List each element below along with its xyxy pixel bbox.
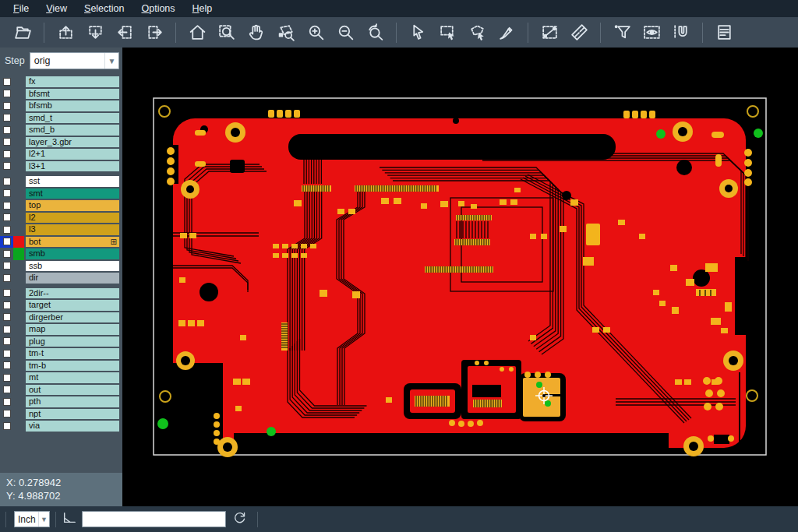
layer-checkbox[interactable] (0, 408, 13, 421)
import-up-button[interactable] (54, 21, 77, 44)
layer-checkbox[interactable] (0, 360, 13, 372)
unit-select[interactable]: Inch ▼ (14, 511, 50, 527)
layer-checkbox[interactable] (0, 347, 13, 360)
layer-row-sst[interactable]: sst (0, 175, 122, 188)
pcb-canvas[interactable] (122, 48, 798, 506)
select-rect-button[interactable] (436, 21, 459, 44)
layer-row-l3+1[interactable]: l3+1 (0, 160, 122, 173)
layer-checkbox[interactable] (0, 396, 13, 408)
zoom-in-button[interactable] (304, 21, 327, 44)
layer-label[interactable]: top (26, 200, 119, 211)
menu-view[interactable]: View (37, 2, 76, 16)
layer-checkbox[interactable] (0, 336, 13, 348)
layer-checkbox[interactable] (0, 323, 13, 336)
step-select[interactable]: orig ▼ (30, 52, 119, 69)
layer-row-bot[interactable]: bot⊞ (0, 236, 122, 248)
layer-row-plug[interactable]: plug (0, 336, 122, 348)
layer-checkbox[interactable] (0, 100, 13, 112)
layer-label[interactable]: bfsmb (26, 100, 119, 111)
layer-row-npt[interactable]: npt (0, 408, 122, 421)
layer-row-tm-t[interactable]: tm-t (0, 347, 122, 360)
snap-magnet-button[interactable] (669, 21, 693, 44)
layer-row-layer_3.gbr[interactable]: layer_3.gbr (0, 136, 122, 149)
layer-row-l2[interactable]: l2 (0, 212, 122, 224)
layer-checkbox[interactable] (0, 260, 13, 273)
layer-checkbox[interactable] (0, 372, 13, 384)
layer-label[interactable]: bfsmt (26, 89, 119, 100)
layer-checkbox[interactable] (0, 136, 13, 149)
layer-checkbox[interactable] (0, 88, 13, 100)
layer-row-bfsmb[interactable]: bfsmb (0, 100, 122, 112)
layer-label[interactable]: mt (26, 372, 119, 383)
import-left-button[interactable] (113, 21, 136, 44)
pan-hand-button[interactable] (245, 21, 268, 44)
zoom-previous-button[interactable] (363, 21, 387, 44)
layer-row-fx[interactable]: fx (0, 76, 122, 88)
layer-label[interactable]: sst (26, 176, 119, 187)
layer-label[interactable]: map (26, 324, 119, 335)
layer-label[interactable]: smt (26, 188, 119, 199)
layer-row-out[interactable]: out (0, 384, 122, 396)
layer-label[interactable]: 2dir-- (26, 288, 119, 299)
layer-label[interactable]: l2+1 (26, 149, 119, 160)
layer-row-2dir--[interactable]: 2dir-- (0, 287, 122, 300)
layer-row-smb[interactable]: smb (0, 248, 122, 260)
layer-row-smt[interactable]: smt (0, 188, 122, 200)
zoom-window-button[interactable] (215, 21, 238, 44)
layer-row-tm-b[interactable]: tm-b (0, 360, 122, 372)
ruler-button[interactable] (567, 21, 591, 44)
layer-row-mt[interactable]: mt (0, 372, 122, 384)
layer-checkbox[interactable] (0, 312, 13, 324)
layer-label[interactable]: out (26, 385, 119, 396)
layer-label[interactable]: smb (26, 248, 119, 259)
layer-label[interactable]: pth (26, 396, 119, 407)
refresh-icon[interactable] (232, 510, 247, 528)
menu-selection[interactable]: Selection (76, 2, 132, 16)
select-cursor-button[interactable] (406, 21, 429, 44)
import-down-button[interactable] (83, 21, 107, 44)
select-poly-button[interactable] (465, 21, 489, 44)
layer-label[interactable]: via (26, 421, 119, 432)
layer-checkbox[interactable] (0, 175, 13, 188)
layer-label[interactable]: tm-t (26, 348, 119, 359)
layer-checkbox[interactable] (0, 236, 13, 248)
layer-label[interactable]: fx (26, 76, 119, 87)
command-input[interactable] (82, 511, 226, 527)
layer-row-ssb[interactable]: ssb (0, 260, 122, 273)
zoom-out-button[interactable] (334, 21, 357, 44)
layer-row-bfsmt[interactable]: bfsmt (0, 88, 122, 100)
layer-row-via[interactable]: via (0, 420, 122, 432)
layer-label[interactable]: npt (26, 409, 119, 420)
menu-file[interactable]: File (5, 2, 37, 16)
layer-checkbox[interactable] (0, 272, 13, 284)
layer-label[interactable]: dirgerber (26, 312, 119, 323)
layer-checkbox[interactable] (0, 188, 13, 200)
clean-brush-button[interactable] (495, 21, 518, 44)
layer-checkbox[interactable] (0, 287, 13, 300)
layer-label[interactable]: smd_b (26, 125, 119, 136)
layer-row-top[interactable]: top (0, 199, 122, 212)
layer-label[interactable]: l3 (26, 224, 119, 235)
open-folder-button[interactable] (11, 21, 34, 44)
layer-label[interactable]: target (26, 300, 119, 311)
layer-checkbox[interactable] (0, 299, 13, 312)
layer-label[interactable]: l3+1 (26, 161, 119, 172)
layer-row-pth[interactable]: pth (0, 396, 122, 408)
layer-label[interactable]: ssb (26, 261, 119, 272)
layer-row-dirgerber[interactable]: dirgerber (0, 312, 122, 324)
layer-checkbox[interactable] (0, 160, 13, 173)
layer-checkbox[interactable] (0, 248, 13, 260)
layer-label[interactable]: layer_3.gbr (26, 137, 119, 148)
layer-label[interactable]: plug (26, 336, 119, 347)
import-right-button[interactable] (143, 21, 166, 44)
layer-checkbox[interactable] (0, 224, 13, 236)
grid-icon[interactable]: ⊞ (111, 237, 117, 247)
menu-options[interactable]: Options (132, 2, 183, 16)
menu-help[interactable]: Help (184, 2, 221, 16)
layer-label[interactable]: dir (26, 273, 119, 284)
layer-checkbox[interactable] (0, 384, 13, 396)
zoom-region-button[interactable] (274, 21, 298, 44)
layer-checkbox[interactable] (0, 199, 13, 212)
layer-row-map[interactable]: map (0, 323, 122, 336)
angle-measure-icon[interactable] (62, 511, 77, 528)
